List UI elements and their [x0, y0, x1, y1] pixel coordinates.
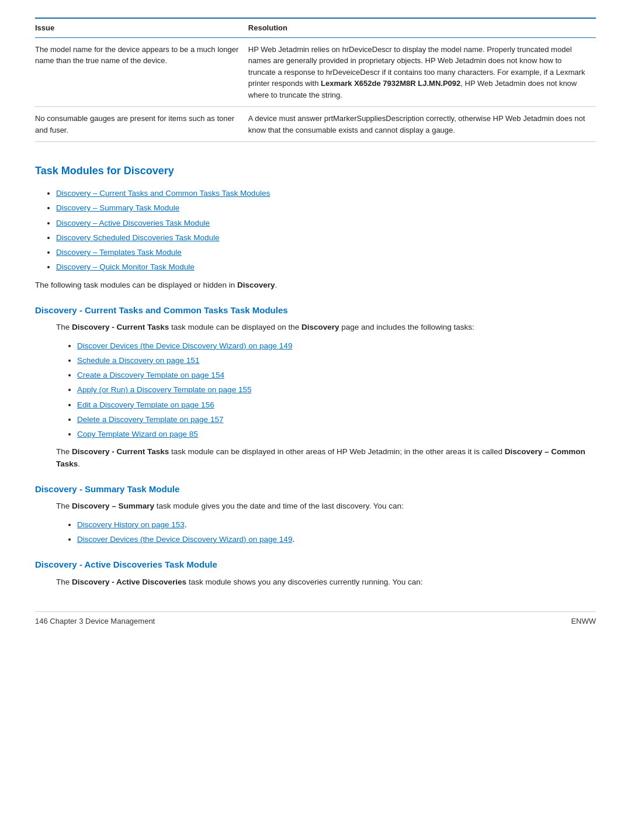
- footer-left: 146 Chapter 3 Device Management: [35, 616, 155, 627]
- ct-para2-bold: Discovery - Current Tasks: [72, 447, 169, 456]
- intro-bold: Discovery: [237, 281, 275, 289]
- list-item: Copy Template Wizard on page 85: [77, 428, 596, 440]
- ct-page-after: page and includes the following tasks:: [339, 323, 474, 331]
- sum-before: The: [56, 502, 72, 510]
- link-discovery-history[interactable]: Discovery History on page 153: [77, 520, 185, 529]
- link-scheduled[interactable]: Discovery Scheduled Discoveries Task Mod…: [56, 233, 220, 242]
- current-tasks-heading: Discovery - Current Tasks and Common Tas…: [35, 304, 596, 317]
- active-heading: Discovery - Active Discoveries Task Modu…: [35, 558, 596, 572]
- list-item: Discovery – Current Tasks and Common Tas…: [56, 187, 596, 199]
- link-active[interactable]: Discovery – Active Discoveries Task Modu…: [56, 219, 210, 227]
- list-item: Create a Discovery Template on page 154: [77, 369, 596, 381]
- summary-heading: Discovery - Summary Task Module: [35, 483, 596, 496]
- current-tasks-footer-para: The Discovery - Current Tasks task modul…: [56, 446, 596, 470]
- link-apply-template[interactable]: Apply (or Run) a Discovery Template on p…: [77, 385, 251, 394]
- ct-para2-end: .: [78, 459, 80, 468]
- link-delete-template[interactable]: Delete a Discovery Template on page 157: [77, 415, 223, 424]
- list-item: Schedule a Discovery on page 151: [77, 354, 596, 367]
- link-edit-template[interactable]: Edit a Discovery Template on page 156: [77, 400, 214, 409]
- list-item: Discovery – Summary Task Module: [56, 202, 596, 214]
- task-modules-section: Task Modules for Discovery Discovery – C…: [35, 163, 596, 588]
- list-item: Discovery – Active Discoveries Task Modu…: [56, 217, 596, 229]
- list-item: Edit a Discovery Template on page 156: [77, 399, 596, 411]
- list-item: Discover Devices (the Device Discovery W…: [77, 533, 596, 545]
- link-create-template[interactable]: Create a Discovery Template on page 154: [77, 371, 224, 379]
- table-row: No consumable gauges are present for ite…: [35, 107, 596, 142]
- list-item: Apply (or Run) a Discovery Template on p…: [77, 383, 596, 396]
- table-cell-resolution-1: HP Web Jetadmin relies on hrDeviceDescr …: [248, 37, 596, 107]
- link-discover-devices[interactable]: Discover Devices (the Device Discovery W…: [77, 341, 292, 350]
- table-cell-resolution-2: A device must answer prtMarkerSuppliesDe…: [248, 107, 596, 142]
- sum-after: task module gives you the date and time …: [154, 502, 404, 510]
- ct-para-bold: Discovery - Current Tasks: [72, 323, 169, 331]
- table-col-resolution-header: Resolution: [248, 18, 596, 37]
- table-cell-issue-1: The model name for the device appears to…: [35, 37, 248, 107]
- table-row: The model name for the device appears to…: [35, 37, 596, 107]
- ct-para2-before: The: [56, 447, 72, 456]
- ct-para2-mid: task module can be displayed in other ar…: [169, 447, 504, 456]
- footer-right: ENWW: [571, 616, 596, 627]
- current-tasks-intro: The Discovery - Current Tasks task modul…: [56, 322, 596, 333]
- active-intro: The Discovery - Active Discoveries task …: [56, 576, 596, 588]
- intro-end: .: [275, 281, 278, 289]
- summary-body: The Discovery – Summary task module give…: [35, 500, 596, 545]
- current-tasks-link-list: Discover Devices (the Device Discovery W…: [77, 340, 596, 441]
- current-tasks-body: The Discovery - Current Tasks task modul…: [35, 322, 596, 470]
- link-schedule[interactable]: Schedule a Discovery on page 151: [77, 356, 199, 365]
- link-summary[interactable]: Discovery – Summary Task Module: [56, 203, 179, 212]
- link-quickmonitor[interactable]: Discovery – Quick Monitor Task Module: [56, 262, 195, 271]
- ct-para-after: task module can be displayed on the: [169, 323, 301, 331]
- list-item: Discovery – Templates Task Module: [56, 246, 596, 258]
- list-item: Discovery – Quick Monitor Task Module: [56, 261, 596, 273]
- sum-bold: Discovery – Summary: [72, 502, 154, 510]
- ct-para-before: The: [56, 323, 72, 331]
- act-after: task module shows you any discoveries cu…: [186, 578, 422, 586]
- task-modules-link-list: Discovery – Current Tasks and Common Tas…: [56, 187, 596, 274]
- act-bold: Discovery - Active Discoveries: [72, 578, 186, 586]
- list-item: Discovery Scheduled Discoveries Task Mod…: [56, 231, 596, 244]
- table-cell-issue-2: No consumable gauges are present for ite…: [35, 107, 248, 142]
- link-discover-devices-2[interactable]: Discover Devices (the Device Discovery W…: [77, 535, 292, 544]
- list-item: Discover Devices (the Device Discovery W…: [77, 340, 596, 352]
- resolution-bold-1: Lexmark X652de 7932M8R LJ.MN.P092: [321, 79, 460, 88]
- page-footer: 146 Chapter 3 Device Management ENWW: [35, 611, 596, 627]
- summary-link-list: Discovery History on page 153. Discover …: [77, 518, 596, 546]
- table-col-issue-header: Issue: [35, 18, 248, 37]
- act-before: The: [56, 578, 72, 586]
- ct-page-bold: Discovery: [301, 323, 339, 331]
- task-modules-heading: Task Modules for Discovery: [35, 163, 596, 179]
- link-templates[interactable]: Discovery – Templates Task Module: [56, 248, 182, 257]
- link-copy-wizard[interactable]: Copy Template Wizard on page 85: [77, 430, 198, 438]
- list-item: Discovery History on page 153.: [77, 518, 596, 531]
- active-body: The Discovery - Active Discoveries task …: [35, 576, 596, 588]
- intro-paragraph: The following task modules can be displa…: [35, 279, 596, 291]
- summary-intro: The Discovery – Summary task module give…: [56, 500, 596, 512]
- issue-table: Issue Resolution The model name for the …: [35, 18, 596, 142]
- list-item: Delete a Discovery Template on page 157: [77, 413, 596, 426]
- link-current-tasks[interactable]: Discovery – Current Tasks and Common Tas…: [56, 189, 270, 198]
- intro-text: The following task modules can be displa…: [35, 281, 237, 289]
